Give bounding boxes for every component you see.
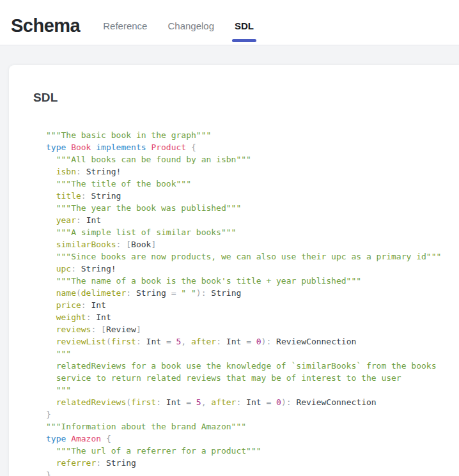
page-background: SDL """The basic book in the graph"""typ…	[0, 45, 459, 476]
code-line: isbn: String!	[46, 165, 459, 178]
page-title: Schema	[11, 15, 80, 45]
code-line: title: String	[46, 190, 459, 202]
code-line: reviews: [Review]	[46, 323, 459, 335]
code-line: """The url of a referrer for a product""…	[46, 445, 459, 457]
code-line: similarBooks: [Book]	[46, 238, 459, 250]
code-line: type Book implements Product {	[46, 141, 459, 153]
code-line: """All books can be found by an isbn"""	[46, 153, 459, 165]
code-line: """	[46, 384, 459, 396]
code-line: """The name of a book is the book's titl…	[46, 275, 459, 287]
tab-reference-label: Reference	[103, 20, 147, 31]
tab-changelog-label: Changelog	[167, 20, 214, 31]
code-line: relatedReviews(first: Int = 5, after: In…	[46, 396, 459, 408]
code-line: referrer: String	[46, 457, 459, 469]
code-line: """A simple list of similar books"""	[46, 226, 459, 238]
code-line: """The title of the book"""	[46, 178, 459, 190]
code-line: """Since books are now products, we can …	[46, 250, 459, 263]
sdl-code-block: """The basic book in the graph"""type Bo…	[46, 129, 459, 476]
active-tab-indicator	[232, 39, 256, 42]
code-line: price: Int	[46, 299, 459, 311]
code-line: }	[46, 469, 459, 476]
code-line: year: Int	[46, 214, 459, 226]
code-line: name(delimeter: String = " "): String	[46, 287, 459, 299]
code-line: """Information about the brand Amazon"""	[46, 420, 459, 433]
code-line: type Amazon {	[46, 433, 459, 445]
code-line: }	[46, 408, 459, 420]
code-line: """The basic book in the graph"""	[46, 129, 459, 141]
code-line: upc: String!	[46, 263, 459, 275]
schema-header: Schema Reference Changelog SDL	[0, 0, 459, 45]
card-title: SDL	[33, 91, 459, 105]
code-line: service to return related reviews that m…	[46, 372, 459, 384]
tab-sdl[interactable]: SDL	[232, 20, 256, 45]
tab-reference[interactable]: Reference	[100, 20, 150, 45]
code-line: """The year the book was published"""	[46, 202, 459, 214]
tab-bar: Reference Changelog SDL	[100, 0, 272, 45]
code-line: reviewList(first: Int = 5, after: Int = …	[46, 335, 459, 348]
code-line: weight: Int	[46, 311, 459, 323]
tab-changelog[interactable]: Changelog	[165, 20, 217, 45]
code-line: """	[46, 348, 459, 360]
code-line: relatedReviews for a book use the knowle…	[46, 360, 459, 372]
tab-sdl-label: SDL	[235, 20, 254, 31]
sdl-card: SDL """The basic book in the graph"""typ…	[9, 65, 459, 476]
